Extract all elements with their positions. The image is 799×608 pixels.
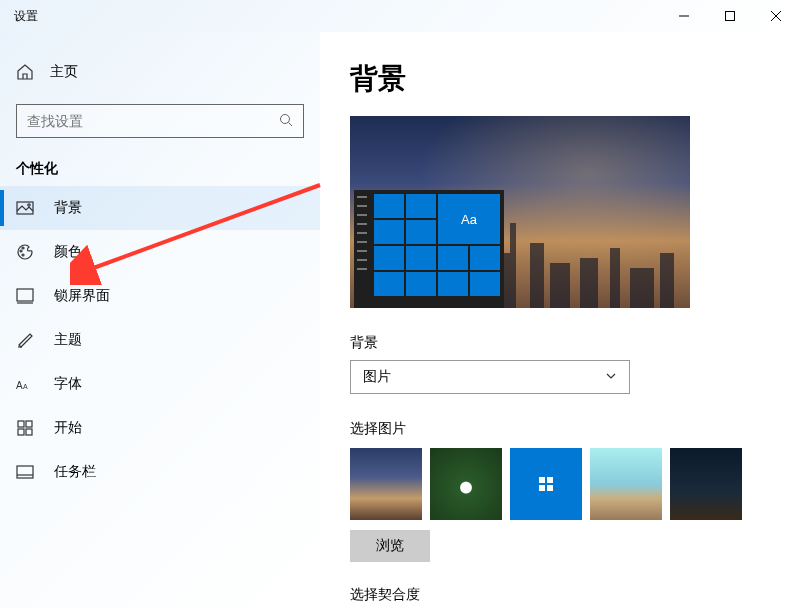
brush-icon — [16, 331, 34, 349]
close-button[interactable] — [753, 0, 799, 32]
sidebar-item-fonts[interactable]: AA 字体 — [0, 362, 320, 406]
picture-thumb-1[interactable] — [350, 448, 422, 520]
svg-point-9 — [22, 247, 24, 249]
svg-rect-17 — [26, 421, 32, 427]
svg-rect-24 — [530, 243, 544, 308]
svg-rect-1 — [726, 12, 735, 21]
sidebar-item-label: 字体 — [54, 375, 82, 393]
search-input[interactable] — [27, 113, 279, 129]
preview-sample-text: Aa — [438, 194, 500, 244]
section-title: 个性化 — [16, 160, 320, 178]
browse-button[interactable]: 浏览 — [350, 530, 430, 562]
desktop-preview: Aa — [350, 116, 690, 308]
minimize-button[interactable] — [661, 0, 707, 32]
svg-text:A: A — [23, 383, 28, 390]
home-icon — [16, 63, 34, 81]
sidebar-item-taskbar[interactable]: 任务栏 — [0, 450, 320, 494]
search-icon — [279, 113, 293, 130]
svg-rect-19 — [26, 429, 32, 435]
sidebar-item-themes[interactable]: 主题 — [0, 318, 320, 362]
background-label: 背景 — [350, 334, 769, 352]
taskbar-icon — [16, 463, 34, 481]
picture-thumb-4[interactable] — [590, 448, 662, 520]
start-icon — [16, 419, 34, 437]
titlebar: 设置 — [0, 0, 799, 32]
svg-rect-18 — [18, 429, 24, 435]
svg-rect-28 — [630, 268, 654, 308]
sidebar: 主页 个性化 背景 颜色 锁屏界面 — [0, 32, 320, 608]
sidebar-item-colors[interactable]: 颜色 — [0, 230, 320, 274]
picture-thumb-5[interactable] — [670, 448, 742, 520]
maximize-button[interactable] — [707, 0, 753, 32]
svg-text:A: A — [16, 380, 23, 391]
search-box[interactable] — [16, 104, 304, 138]
picture-thumbnails — [350, 448, 769, 520]
palette-icon — [16, 243, 34, 261]
svg-rect-11 — [17, 289, 33, 301]
fit-label: 选择契合度 — [350, 586, 769, 604]
svg-point-7 — [28, 204, 30, 206]
svg-rect-26 — [580, 258, 598, 308]
sidebar-item-lockscreen[interactable]: 锁屏界面 — [0, 274, 320, 318]
sidebar-item-label: 锁屏界面 — [54, 287, 110, 305]
svg-rect-16 — [18, 421, 24, 427]
svg-rect-27 — [610, 248, 620, 308]
dropdown-selected: 图片 — [363, 368, 391, 386]
sidebar-item-label: 任务栏 — [54, 463, 96, 481]
content-area: 背景 Aa — [320, 32, 799, 608]
svg-rect-20 — [17, 466, 33, 478]
sidebar-item-label: 背景 — [54, 199, 82, 217]
sidebar-item-background[interactable]: 背景 — [0, 186, 320, 230]
window-controls — [661, 0, 799, 32]
home-label: 主页 — [50, 63, 78, 81]
picture-icon — [16, 199, 34, 217]
picture-thumb-2[interactable] — [430, 448, 502, 520]
svg-rect-22 — [510, 223, 516, 308]
page-title: 背景 — [350, 60, 769, 98]
svg-point-4 — [281, 114, 290, 123]
svg-rect-25 — [550, 263, 570, 308]
svg-point-10 — [22, 254, 24, 256]
font-icon: AA — [16, 375, 34, 393]
window-title: 设置 — [14, 8, 38, 25]
svg-rect-29 — [660, 253, 674, 308]
sidebar-item-start[interactable]: 开始 — [0, 406, 320, 450]
svg-point-8 — [20, 250, 22, 252]
background-type-dropdown[interactable]: 图片 — [350, 360, 630, 394]
chevron-down-icon — [605, 369, 617, 385]
lockscreen-icon — [16, 287, 34, 305]
svg-line-5 — [289, 122, 293, 126]
sidebar-item-label: 颜色 — [54, 243, 82, 261]
sidebar-item-label: 主题 — [54, 331, 82, 349]
choose-picture-label: 选择图片 — [350, 420, 769, 438]
home-link[interactable]: 主页 — [0, 52, 320, 92]
sidebar-item-label: 开始 — [54, 419, 82, 437]
preview-taskbar — [354, 300, 504, 308]
picture-thumb-3[interactable] — [510, 448, 582, 520]
preview-start-menu: Aa — [354, 190, 504, 300]
